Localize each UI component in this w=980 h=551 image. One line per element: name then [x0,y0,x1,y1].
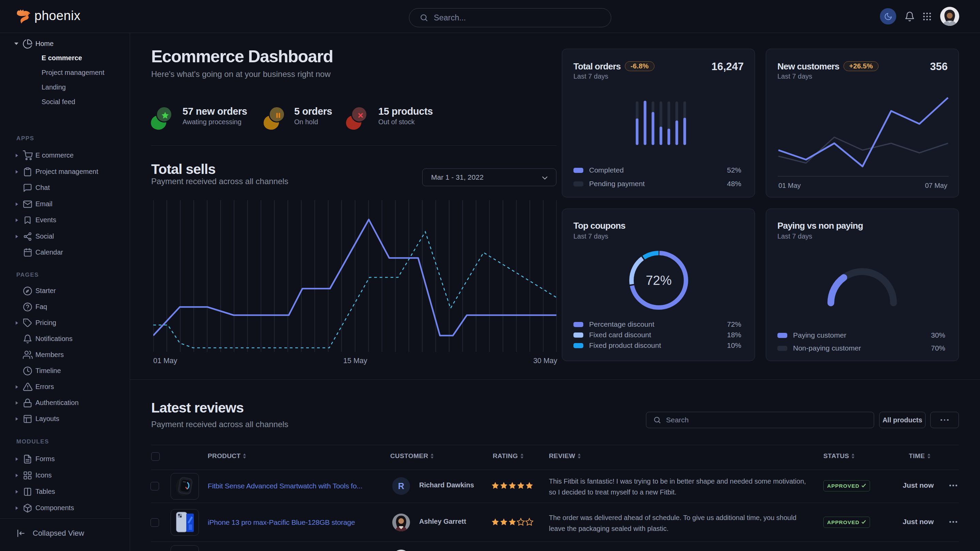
svg-text:72%: 72% [646,273,671,287]
